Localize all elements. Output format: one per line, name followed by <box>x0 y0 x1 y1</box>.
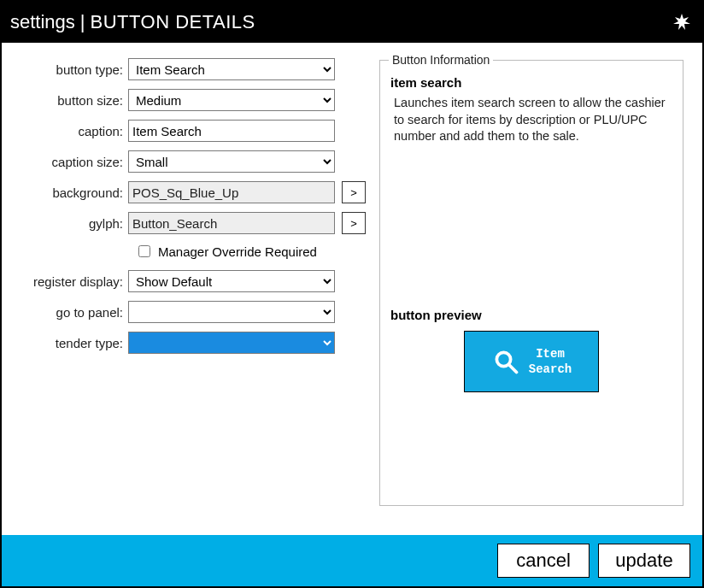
button-type-select[interactable]: Item Search <box>128 58 335 80</box>
window-header: settings | BUTTON DETAILS <box>2 2 702 43</box>
header-title-right: BUTTON DETAILS <box>91 11 255 33</box>
search-icon <box>491 347 520 376</box>
glyph-label: gylph: <box>19 216 128 231</box>
header-title-left: settings <box>10 11 75 33</box>
background-picker-button[interactable]: > <box>342 181 366 203</box>
svg-line-1 <box>509 364 517 372</box>
background-label: background: <box>19 185 128 200</box>
caption-size-label: caption size: <box>19 155 128 169</box>
info-title: item search <box>390 75 674 90</box>
button-preview-label: button preview <box>390 308 674 322</box>
app-icon <box>670 10 694 34</box>
tender-type-label: tender type: <box>19 336 128 350</box>
go-to-panel-select[interactable] <box>128 301 335 323</box>
background-input <box>128 181 335 203</box>
button-preview-text: Item Search <box>529 346 572 377</box>
caption-input[interactable] <box>128 120 335 142</box>
cancel-button[interactable]: cancel <box>497 544 590 578</box>
manager-override-label: Manager Override Required <box>158 244 317 259</box>
header-separator: | <box>80 11 85 33</box>
button-size-label: button size: <box>19 93 128 108</box>
glyph-input <box>128 212 335 234</box>
form-panel: button type: Item Search button size: Me… <box>19 58 366 526</box>
button-size-select[interactable]: Medium <box>128 89 335 111</box>
go-to-panel-label: go to panel: <box>19 305 128 320</box>
glyph-picker-button[interactable]: > <box>342 212 366 234</box>
manager-override-checkbox[interactable] <box>138 245 150 257</box>
update-button[interactable]: update <box>598 544 690 578</box>
footer-bar: cancel update <box>2 535 702 586</box>
register-display-select[interactable]: Show Default <box>128 270 335 292</box>
button-preview: Item Search <box>464 331 599 392</box>
button-information-panel: Button Information item search Launches … <box>379 53 683 506</box>
info-description: Launches item search screen to allow the… <box>394 95 672 145</box>
button-type-label: button type: <box>19 62 128 77</box>
caption-label: caption: <box>19 124 128 138</box>
register-display-label: register display: <box>19 274 128 289</box>
caption-size-select[interactable]: Small <box>128 150 335 173</box>
tender-type-select[interactable] <box>128 332 335 354</box>
button-information-legend: Button Information <box>389 53 493 67</box>
